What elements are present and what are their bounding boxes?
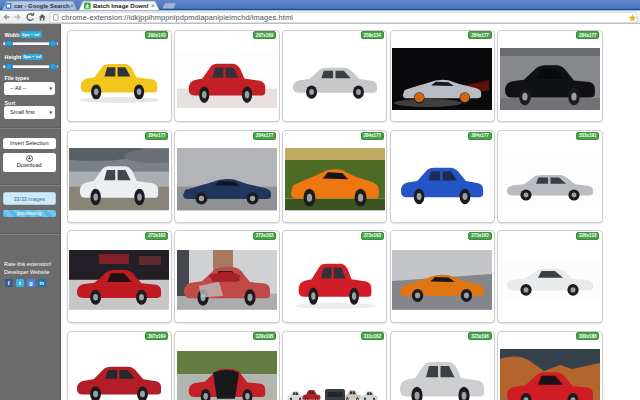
svg-text:car - Google Search: car - Google Search [14, 3, 70, 9]
svg-text:chrome-extension://idkjpplhmpp: chrome-extension://idkjpplhmppnlpdpmdiap… [62, 13, 294, 22]
svg-text:Batch Image Downl: Batch Image Downl [93, 3, 149, 9]
svg-text:×: × [151, 2, 155, 9]
svg-text:×: × [70, 2, 74, 9]
